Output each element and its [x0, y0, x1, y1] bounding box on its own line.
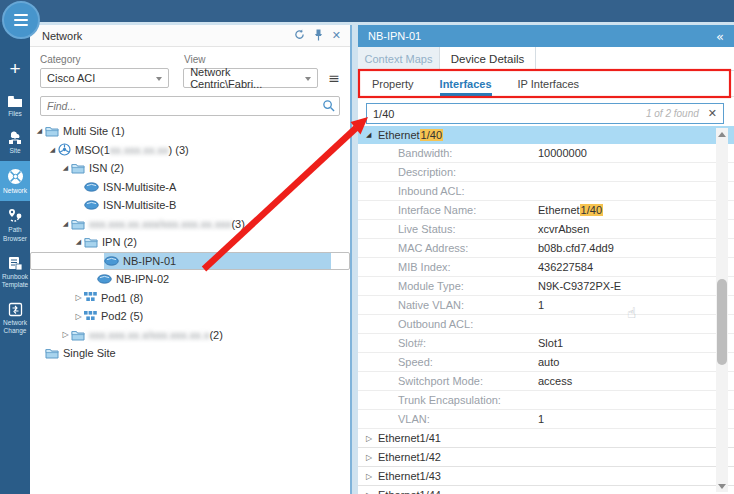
interface-row-ethernet1-40[interactable]: ◢Ethernet1/40	[358, 126, 734, 144]
expand-node-icon[interactable]: ▷	[73, 312, 84, 321]
tree-item-nb-ipn-02[interactable]: NB-IPN-02	[30, 270, 350, 289]
tree-item-label: ) (3)	[169, 144, 189, 156]
scroll-up-arrow-icon[interactable]	[718, 130, 726, 138]
tree-item-label: ISN-Multisite-A	[103, 181, 176, 193]
folder-icon	[71, 329, 85, 341]
tree-item-isn-multisite-b[interactable]: ISN-Multisite-B	[30, 196, 350, 215]
network-change-icon	[8, 302, 23, 317]
scroll-down-arrow-icon[interactable]	[718, 482, 726, 490]
top-bar	[0, 0, 734, 22]
runbook-icon	[8, 256, 23, 271]
folder-icon	[7, 95, 23, 108]
tree-item-isn-multisite-a[interactable]: ISN-Multisite-A	[30, 178, 350, 197]
property-value: 1	[538, 299, 544, 311]
plus-icon: +	[9, 60, 20, 78]
property-value: 10000000	[538, 147, 587, 159]
sidebar-item-network-change[interactable]: Network Change	[0, 295, 30, 341]
subtab-property[interactable]: Property	[372, 71, 414, 96]
interface-name: Ethernet	[378, 129, 420, 141]
find-search-icon[interactable]	[322, 99, 335, 114]
redacted-text: xx.xxx.xx.xx	[110, 144, 169, 156]
tree-item-mso-1xx-xxx-xx-xx-3[interactable]: ◢MSO(1xx.xxx.xx.xx) (3)	[30, 141, 350, 160]
folder-icon	[84, 236, 98, 248]
sidebar-item-site[interactable]: Site	[0, 124, 30, 161]
interface-list-scrollbar[interactable]	[716, 128, 728, 492]
tree-item-label: ISN (2)	[89, 162, 124, 174]
app-menu-button[interactable]	[2, 1, 40, 39]
tree-item-pod1-8[interactable]: ▷Pod1 (8)	[30, 289, 350, 308]
device-icon	[84, 200, 99, 210]
interface-row-ethernet1-41[interactable]: ▷Ethernet1/41	[358, 429, 734, 448]
scrollbar-thumb[interactable]	[717, 279, 727, 365]
interface-row-ethernet1-44[interactable]: ▷Ethernet1/44	[358, 486, 734, 494]
tree-item-label: IPN (2)	[102, 236, 137, 248]
view-menu-button[interactable]: ≡	[328, 73, 340, 83]
tree-item-single-site[interactable]: Single Site	[30, 344, 350, 363]
interface-search-input[interactable]: 1/40 1 of 2 found ✕	[366, 103, 724, 124]
category-select[interactable]: Cisco ACI	[40, 68, 169, 88]
sidebar-item-add[interactable]: +	[0, 58, 30, 88]
tab-device-details[interactable]: Device Details	[440, 47, 536, 70]
device-icon	[104, 256, 119, 266]
property-value: access	[538, 375, 572, 387]
sidebar-item-runbook-template[interactable]: Runbook Template	[0, 249, 30, 295]
tree-item-nb-ipn-01[interactable]: NB-IPN-01	[30, 252, 350, 271]
pin-icon[interactable]	[314, 29, 323, 43]
expand-node-icon[interactable]: ▷	[366, 434, 378, 443]
collapse-node-icon[interactable]: ◢	[34, 127, 45, 135]
tree-item-ipn-2[interactable]: ◢IPN (2)	[30, 233, 350, 252]
sidebar-item-path-browser[interactable]: Path Browser	[0, 201, 30, 248]
tree-find-input[interactable]	[40, 96, 340, 116]
tree-item-xxx-xxx-xx-x-xxx-xxx-xx-x-2[interactable]: ▷xxx.xxx.xx.x/xxx.xxx.xx.x (2)	[30, 326, 350, 345]
subtab-interfaces[interactable]: Interfaces	[440, 71, 492, 96]
tree-item-label: ISN-Multisite-B	[103, 199, 176, 211]
folder-icon	[71, 162, 85, 174]
collapse-panel-icon[interactable]: «	[716, 29, 724, 44]
property-row-mib-index: MIB Index:436227584	[358, 258, 734, 277]
property-label: Native VLAN:	[358, 299, 464, 311]
collapse-node-icon[interactable]: ◢	[73, 238, 84, 246]
tree-item-label: Single Site	[63, 347, 116, 359]
redacted-text: xxx.xxx.xx.xxx/xxx.xxx.xx.xxx	[89, 218, 231, 230]
interface-row-ethernet1-43[interactable]: ▷Ethernet1/43	[358, 467, 734, 486]
property-row-outbound-acl: Outbound ACL:	[358, 315, 734, 334]
device-tree: ◢Multi Site (1)◢MSO(1xx.xxx.xx.xx) (3)◢I…	[30, 122, 350, 363]
interface-row-ethernet1-42[interactable]: ▷Ethernet1/42	[358, 448, 734, 467]
clear-search-icon[interactable]: ✕	[708, 107, 717, 120]
expand-node-icon[interactable]: ▷	[60, 330, 71, 339]
view-label: View	[184, 54, 206, 65]
collapse-node-icon[interactable]: ◢	[47, 146, 58, 154]
property-value: 1	[538, 413, 544, 425]
property-row-live-status: Live Status:xcvrAbsen	[358, 220, 734, 239]
collapse-node-icon[interactable]: ◢	[60, 220, 71, 228]
expand-node-icon[interactable]: ▷	[366, 491, 378, 494]
close-icon[interactable]: ✕	[332, 29, 341, 42]
property-label: Live Status:	[358, 223, 455, 235]
tree-item-label: (2)	[209, 329, 222, 341]
tree-item-pod2-5[interactable]: ▷Pod2 (5)	[30, 307, 350, 326]
folder-icon	[45, 347, 59, 359]
sidebar: + Files Site Network Path Browser Runboo…	[0, 22, 30, 494]
expand-node-icon[interactable]: ▷	[366, 472, 378, 481]
expand-node-icon[interactable]: ▷	[73, 293, 84, 302]
view-select[interactable]: Network Centric\Fabri...	[183, 68, 318, 88]
network-panel-title: Network	[30, 30, 294, 42]
property-value: auto	[538, 356, 559, 368]
sidebar-item-network[interactable]: Network	[0, 161, 30, 201]
folder-icon	[45, 125, 59, 137]
tree-item-multi-site-1[interactable]: ◢Multi Site (1)	[30, 122, 350, 141]
search-match-highlight: 1/40	[580, 204, 603, 216]
property-value: N9K-C9372PX-E	[538, 280, 621, 292]
tab-context-maps[interactable]: Context Maps	[358, 47, 440, 70]
property-value: b08b.cfd7.4dd9	[538, 242, 614, 254]
search-match-highlight: 1/40	[420, 129, 443, 141]
chevron-down-icon	[305, 77, 311, 81]
expand-node-icon[interactable]: ▷	[366, 453, 378, 462]
sidebar-item-files[interactable]: Files	[0, 88, 30, 124]
collapse-node-icon[interactable]: ◢	[366, 131, 378, 139]
tree-item-isn-2[interactable]: ◢ISN (2)	[30, 159, 350, 178]
refresh-icon[interactable]	[294, 29, 305, 42]
tree-item-xxx-xxx-xx-xxx-xxx-xxx-xx-xx[interactable]: ◢xxx.xxx.xx.xxx/xxx.xxx.xx.xxx (3)	[30, 215, 350, 234]
collapse-node-icon[interactable]: ◢	[60, 164, 71, 172]
subtab-ip-interfaces[interactable]: IP Interfaces	[518, 71, 580, 96]
